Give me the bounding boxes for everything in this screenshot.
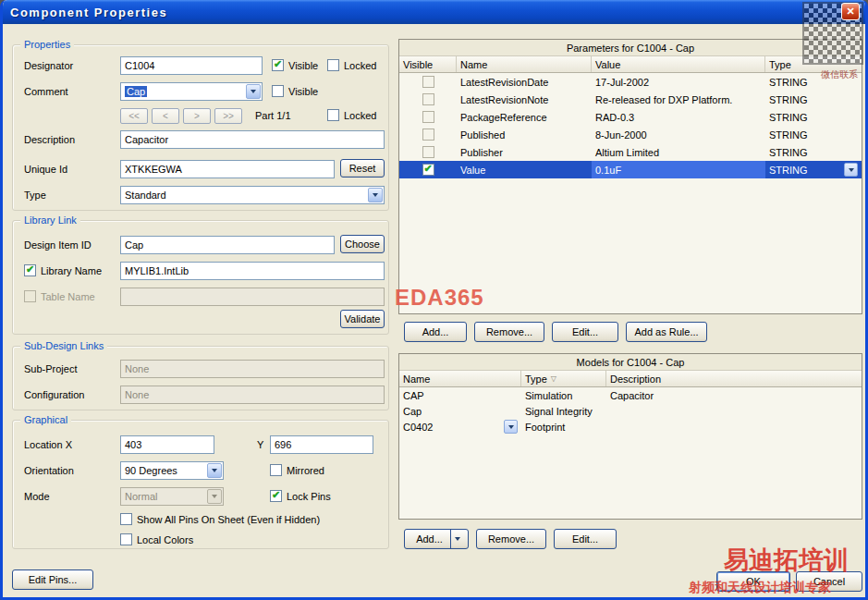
param-value-cell[interactable]: Altium Limited bbox=[592, 143, 765, 161]
param-type-cell[interactable]: STRING bbox=[765, 91, 862, 108]
type-combobox[interactable]: Standard bbox=[120, 186, 385, 204]
column-header-visible[interactable]: Visible bbox=[399, 56, 457, 72]
models-edit-button[interactable]: Edit... bbox=[554, 529, 617, 549]
orientation-dropdown-arrow-icon[interactable] bbox=[207, 463, 222, 478]
param-visible-cell[interactable] bbox=[399, 108, 457, 126]
param-visible-checkbox[interactable] bbox=[422, 129, 434, 141]
param-visible-cell[interactable] bbox=[399, 161, 457, 178]
part-last-button: >> bbox=[214, 108, 242, 124]
model-row[interactable]: C0402 Footprint bbox=[399, 419, 862, 435]
close-button[interactable]: ✕ bbox=[841, 3, 860, 20]
choose-button[interactable]: Choose bbox=[340, 235, 385, 253]
param-type-dropdown-arrow-icon[interactable] bbox=[844, 163, 858, 177]
param-type-cell[interactable]: STRING bbox=[765, 143, 862, 161]
model-description-cell[interactable] bbox=[606, 403, 862, 419]
reset-button[interactable]: Reset bbox=[340, 159, 385, 178]
param-name-cell[interactable]: Published bbox=[457, 126, 592, 143]
validate-button[interactable]: Validate bbox=[340, 310, 385, 328]
param-name-cell[interactable]: LatestRevisionNote bbox=[457, 91, 592, 108]
local-colors-checkbox[interactable] bbox=[120, 533, 132, 545]
column-header-model-description[interactable]: Description bbox=[606, 371, 862, 386]
parameter-row-selected[interactable]: Value 0.1uF STRING bbox=[399, 161, 862, 178]
column-header-value[interactable]: Value bbox=[592, 56, 765, 72]
parameter-row[interactable]: LatestRevisionDate 17-Jul-2002 STRING bbox=[399, 73, 862, 91]
show-all-pins-label: Show All Pins On Sheet (Even if Hidden) bbox=[137, 514, 320, 525]
model-name-cell[interactable]: Cap bbox=[399, 403, 521, 419]
param-name-cell[interactable]: Value bbox=[457, 161, 592, 178]
location-y-input[interactable]: 696 bbox=[270, 435, 373, 454]
design-item-id-input[interactable]: Cap bbox=[120, 236, 335, 254]
library-name-input[interactable]: MYLIB1.IntLib bbox=[120, 262, 385, 280]
param-name-cell[interactable]: PackageReference bbox=[457, 108, 592, 126]
param-type-cell[interactable]: STRING bbox=[765, 108, 862, 126]
designator-input[interactable]: C1004 bbox=[120, 56, 263, 75]
part-locked-checkbox[interactable] bbox=[327, 109, 339, 121]
model-row[interactable]: CAP Simulation Capacitor bbox=[399, 387, 862, 403]
type-label: Type bbox=[24, 186, 46, 204]
param-visible-cell[interactable] bbox=[399, 73, 457, 91]
library-name-checkbox[interactable] bbox=[24, 264, 36, 276]
parameter-row[interactable]: Publisher Altium Limited STRING bbox=[399, 143, 862, 161]
param-visible-checkbox[interactable] bbox=[422, 93, 434, 105]
parameters-remove-button[interactable]: Remove... bbox=[474, 322, 544, 342]
graphical-group: Graphical Location X 403 Y 696 Orientati… bbox=[12, 420, 389, 549]
unique-id-input[interactable]: XTKKEGWA bbox=[120, 160, 335, 178]
param-name-cell[interactable]: LatestRevisionDate bbox=[457, 73, 592, 91]
model-row[interactable]: Cap Signal Integrity bbox=[399, 403, 862, 419]
model-type-cell[interactable]: Simulation bbox=[521, 387, 606, 403]
param-value-cell[interactable]: Re-released for DXP Platform. bbox=[592, 91, 765, 108]
param-type-cell[interactable]: STRING bbox=[765, 161, 862, 178]
part-next-button: > bbox=[183, 108, 211, 124]
param-name-cell[interactable]: Publisher bbox=[457, 143, 592, 161]
models-add-dropdown-arrow-icon[interactable] bbox=[450, 530, 464, 548]
param-value-cell[interactable]: 17-Jul-2002 bbox=[592, 73, 765, 91]
description-input[interactable]: Capacitor bbox=[120, 130, 385, 149]
comment-combobox[interactable]: Cap bbox=[120, 82, 263, 101]
add-as-rule-button[interactable]: Add as Rule... bbox=[626, 322, 707, 342]
designator-visible-checkbox[interactable] bbox=[272, 59, 284, 71]
model-description-cell[interactable]: Capacitor bbox=[606, 387, 862, 403]
show-all-pins-row: Show All Pins On Sheet (Even if Hidden) bbox=[120, 513, 320, 525]
edit-pins-button[interactable]: Edit Pins... bbox=[12, 569, 93, 590]
location-x-input[interactable]: 403 bbox=[120, 435, 214, 454]
model-type-cell[interactable]: Signal Integrity bbox=[521, 403, 606, 419]
column-header-model-name[interactable]: Name bbox=[399, 371, 521, 386]
models-remove-button[interactable]: Remove... bbox=[476, 529, 546, 549]
param-visible-checkbox[interactable] bbox=[422, 76, 434, 88]
param-value-cell[interactable]: 8-Jun-2000 bbox=[592, 126, 765, 143]
parameter-row[interactable]: LatestRevisionNote Re-released for DXP P… bbox=[399, 91, 862, 108]
param-visible-checkbox[interactable] bbox=[422, 164, 434, 176]
param-value-cell[interactable]: RAD-0.3 bbox=[592, 108, 765, 126]
param-visible-cell[interactable] bbox=[399, 91, 457, 108]
param-type-cell[interactable]: STRING bbox=[765, 126, 862, 143]
mirrored-checkbox[interactable] bbox=[270, 464, 282, 476]
param-visible-checkbox[interactable] bbox=[422, 146, 434, 158]
parameters-edit-button[interactable]: Edit... bbox=[552, 322, 618, 342]
design-item-id-label: Design Item ID bbox=[24, 236, 92, 254]
param-visible-cell[interactable] bbox=[399, 143, 457, 161]
orientation-combobox[interactable]: 90 Degrees bbox=[120, 461, 224, 480]
model-name-dropdown-arrow-icon[interactable] bbox=[504, 420, 518, 434]
model-description-cell[interactable] bbox=[606, 419, 862, 435]
designator-visible-label: Visible bbox=[288, 60, 318, 71]
param-value-cell[interactable]: 0.1uF bbox=[592, 161, 765, 178]
designator-label: Designator bbox=[24, 56, 73, 75]
model-name-cell[interactable]: C0402 bbox=[399, 419, 521, 435]
model-name-cell[interactable]: CAP bbox=[399, 387, 521, 403]
parameter-row[interactable]: Published 8-Jun-2000 STRING bbox=[399, 126, 862, 143]
parameter-row[interactable]: PackageReference RAD-0.3 STRING bbox=[399, 108, 862, 126]
parameters-add-button[interactable]: Add... bbox=[404, 322, 467, 342]
lock-pins-checkbox[interactable] bbox=[270, 490, 282, 502]
type-dropdown-arrow-icon[interactable] bbox=[368, 188, 383, 202]
mirrored-row: Mirrored bbox=[270, 464, 324, 476]
model-type-cell[interactable]: Footprint bbox=[521, 419, 606, 435]
param-visible-cell[interactable] bbox=[399, 126, 457, 143]
column-header-name[interactable]: Name bbox=[457, 56, 592, 72]
comment-dropdown-arrow-icon[interactable] bbox=[246, 84, 261, 99]
column-header-model-type[interactable]: Type ▽ bbox=[521, 371, 606, 386]
show-all-pins-checkbox[interactable] bbox=[120, 513, 132, 525]
designator-locked-checkbox[interactable] bbox=[327, 59, 339, 71]
models-add-button[interactable]: Add... bbox=[404, 529, 469, 549]
comment-visible-checkbox[interactable] bbox=[272, 85, 284, 97]
param-visible-checkbox[interactable] bbox=[422, 111, 434, 123]
